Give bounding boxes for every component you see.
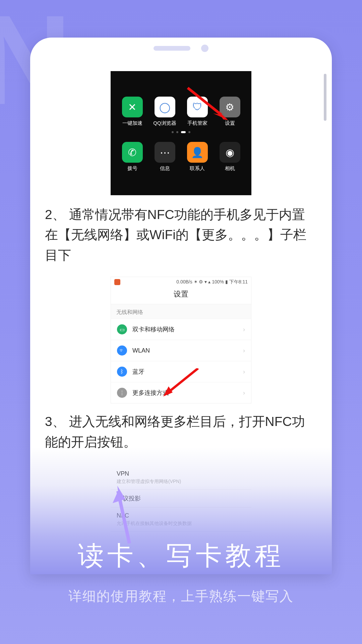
more-icon: ⋮ xyxy=(117,388,127,398)
inner-screenshot-settings: 0.00B/s ✶ ⚙ ▾ ▴ 100% ▮ 下午8:11 设置 无线和网络 ▭… xyxy=(111,277,251,404)
settings-title: 设置 xyxy=(111,286,251,304)
app-label: 联系人 xyxy=(190,165,205,172)
app-label: 一键加速 xyxy=(122,120,142,126)
app-dialer[interactable]: ✆ 拨号 xyxy=(118,142,147,172)
chevron-right-icon: › xyxy=(243,368,245,375)
app-label: 信息 xyxy=(160,165,170,172)
phone-screen: ✕ 一键加速 ◯ QQ浏览器 🛡 手机管家 ⚙ 设置 xyxy=(30,59,332,574)
boost-icon: ✕ xyxy=(122,97,143,117)
tutorial-content: ✕ 一键加速 ◯ QQ浏览器 🛡 手机管家 ⚙ 设置 xyxy=(30,59,332,532)
phone-notch xyxy=(30,38,332,59)
chevron-right-icon: › xyxy=(243,326,245,333)
more-row-vpn[interactable]: VPN 建立和管理虚拟专用网络(VPN) xyxy=(111,466,251,490)
launcher-dock: ✆ 拨号 ⋯ 信息 👤 联系人 ◉ 相机 xyxy=(116,142,246,172)
status-app-icon xyxy=(114,279,120,285)
chevron-right-icon: › xyxy=(243,389,245,396)
gear-icon: ⚙ xyxy=(220,97,240,117)
row-label: 蓝牙 xyxy=(132,368,144,376)
wifi-icon: ᯤ xyxy=(117,345,127,356)
app-messages[interactable]: ⋯ 信息 xyxy=(150,142,180,172)
contact-icon: 👤 xyxy=(187,142,208,163)
row-subtitle: 允许手机在接触其他设备时交换数据 xyxy=(117,521,245,527)
settings-row-bluetooth[interactable]: ᛒ 蓝牙 › xyxy=(111,361,251,382)
app-contacts[interactable]: 👤 联系人 xyxy=(183,142,212,172)
settings-row-more-connections[interactable]: ⋮ 更多连接方式 › xyxy=(111,382,251,403)
status-text: 0.00B/s ✶ ⚙ ▾ ▴ 100% ▮ 下午8:11 xyxy=(176,279,248,285)
app-label: 设置 xyxy=(225,120,235,126)
row-title: VPN xyxy=(117,470,245,477)
scrollbar[interactable] xyxy=(324,74,326,121)
promo-title: 读卡、写卡教程 xyxy=(0,538,362,574)
shield-icon: 🛡 xyxy=(187,97,208,117)
front-camera xyxy=(201,45,208,52)
app-label: 拨号 xyxy=(127,165,137,172)
camera-icon: ◉ xyxy=(220,142,240,163)
speaker-slot xyxy=(154,46,190,51)
row-title: NFC xyxy=(117,512,245,519)
browser-icon: ◯ xyxy=(155,97,175,117)
row-label: 更多连接方式 xyxy=(132,389,169,397)
inner-screenshot-launcher: ✕ 一键加速 ◯ QQ浏览器 🛡 手机管家 ⚙ 设置 xyxy=(111,71,251,195)
app-qq-browser[interactable]: ◯ QQ浏览器 xyxy=(150,97,180,126)
app-onekey-boost[interactable]: ✕ 一键加速 xyxy=(118,97,147,126)
message-icon: ⋯ xyxy=(155,142,175,163)
row-label: WLAN xyxy=(132,347,150,354)
row-label: 双卡和移动网络 xyxy=(132,325,175,333)
app-label: 手机管家 xyxy=(187,120,207,126)
app-label: QQ浏览器 xyxy=(153,120,176,126)
more-row-nfc[interactable]: NFC 允许手机在接触其他设备时交换数据 xyxy=(111,507,251,532)
status-bar: 0.00B/s ✶ ⚙ ▾ ▴ 100% ▮ 下午8:11 xyxy=(111,277,251,286)
settings-row-dual-sim[interactable]: ▭ 双卡和移动网络 › xyxy=(111,319,251,340)
promo-subtitle: 详细的使用教程，上手熟练一键写入 xyxy=(0,587,362,605)
more-row-projection[interactable]: 会议投影 xyxy=(111,490,251,507)
app-label: 相机 xyxy=(225,165,235,172)
app-camera[interactable]: ◉ 相机 xyxy=(215,142,245,172)
page-indicator xyxy=(116,131,246,133)
bluetooth-icon: ᛒ xyxy=(117,367,127,377)
launcher-row: ✕ 一键加速 ◯ QQ浏览器 🛡 手机管家 ⚙ 设置 xyxy=(116,97,246,126)
settings-section-header: 无线和网络 xyxy=(111,304,251,319)
app-phone-manager[interactable]: 🛡 手机管家 xyxy=(183,97,212,126)
inner-screenshot-more-connections: VPN 建立和管理虚拟专用网络(VPN) 会议投影 NFC 允许手机在接触其他设… xyxy=(111,466,251,532)
chevron-right-icon: › xyxy=(243,347,245,354)
step-3-text: 3、 进入无线和网络更多栏目后，打开NFC功能的开启按钮。 xyxy=(45,412,317,452)
sim-icon: ▭ xyxy=(117,324,127,334)
row-title: 会议投影 xyxy=(117,494,245,502)
phone-icon: ✆ xyxy=(122,142,143,163)
app-settings[interactable]: ⚙ 设置 xyxy=(215,97,245,126)
phone-mockup-frame: ✕ 一键加速 ◯ QQ浏览器 🛡 手机管家 ⚙ 设置 xyxy=(30,38,332,574)
step-2-text: 2、 通常情况带有NFC功能的手机多见于内置在【无线网络】或WiFi的【更多。。… xyxy=(45,205,317,265)
settings-row-wlan[interactable]: ᯤ WLAN › xyxy=(111,340,251,361)
row-subtitle: 建立和管理虚拟专用网络(VPN) xyxy=(117,479,245,485)
